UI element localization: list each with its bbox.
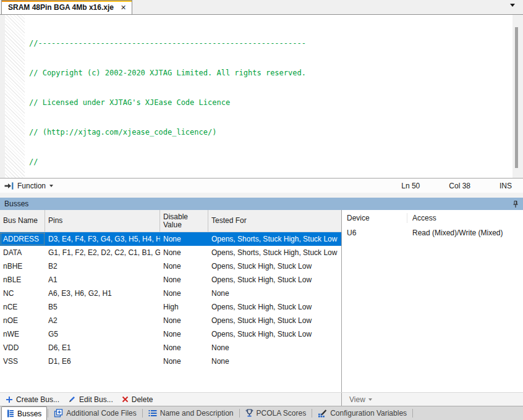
document-tab-title: SRAM 48Pin BGA 4Mb x16.xje [8,3,114,12]
tab-pcola-scores[interactable]: PCOLA Scores [240,406,312,420]
cell-pins: B2 [45,262,160,271]
code-line: // [29,157,512,167]
edit-bus-button[interactable]: Edit Bus... [65,393,119,406]
project-section-tabs: Busses Additional Code Files [0,406,523,420]
cell-device: U6 [342,229,407,237]
tab-configuration-variables[interactable]: Configuration Variables [313,406,412,420]
tab-additional-code-files[interactable]: Additional Code Files [49,406,141,420]
cell-disable-value: None [160,275,208,284]
column-header-access[interactable]: Access [407,214,436,222]
tab-separator [48,409,48,418]
cell-pins: B5 [45,303,160,311]
column-header-bus-name[interactable]: Bus Name [0,210,45,232]
code-line: // (http://xjtag.com/xjease_code_licence… [29,127,512,137]
tab-overflow-dropdown-icon[interactable] [510,4,515,9]
goto-function-icon [4,182,14,190]
insert-mode-indicator: INS [500,182,512,190]
create-bus-label: Create Bus... [16,395,59,404]
cell-pins: A6, E3, H6, G2, H1 [45,289,160,298]
chevron-down-icon [368,398,372,403]
cell-access: Read (Mixed)/Write (Mixed) [407,229,503,237]
device-access-panel: Device Access U6 Read (Mixed)/Write (Mix… [342,210,523,392]
cell-tested-for: None [208,357,341,366]
table-row-nc[interactable]: NC A6, E3, H6, G2, H1 None None [0,287,341,300]
editor-scrollbar[interactable] [512,15,523,178]
busses-panel-toolbar: Create Bus... Edit Bus... Delete View [0,392,523,406]
function-dropdown-label: Function [17,182,46,190]
code-text-area[interactable]: //--------------------------------------… [25,15,512,178]
cell-bus-name: nBHE [0,262,45,271]
delete-x-icon [122,396,129,403]
document-tab-sram[interactable]: SRAM 48Pin BGA 4Mb x16.xje ✕ [1,0,132,14]
bus-table: Bus Name Pins Disable Value Tested For A… [0,210,342,392]
function-dropdown[interactable]: Function [4,182,53,190]
tab-separator [142,409,143,418]
cell-bus-name: DATA [0,248,45,257]
cell-disable-value: None [160,248,208,257]
busses-panel-title: Busses [4,200,28,208]
column-header-tested-for[interactable]: Tested For [208,210,341,232]
tab-pcola-scores-label: PCOLA Scores [257,409,307,418]
list-icon [148,410,157,417]
close-icon[interactable]: ✕ [121,4,126,11]
code-line: // Copyright (c) 2002-2020 XJTAG Limited… [29,68,512,78]
delete-bus-button[interactable]: Delete [119,393,159,406]
bus-actions-toolbar: Create Bus... Edit Bus... Delete [0,393,342,406]
table-row-vdd[interactable]: VDD D6, E1 None None [0,341,341,355]
cell-bus-name: NC [0,289,45,298]
table-row-noe[interactable]: nOE A2 None Opens, Stuck High, Stuck Low [0,314,341,327]
tab-separator [239,409,240,418]
tab-name-and-description[interactable]: Name and Description [143,406,239,420]
document-tab-bar: SRAM 48Pin BGA 4Mb x16.xje ✕ [0,0,523,15]
view-dropdown[interactable]: View [342,393,523,406]
editor-change-margin [5,15,25,178]
table-row-data[interactable]: DATA G1, F1, F2, E2, D2, C2, C1, B1, G6.… [0,246,341,259]
tab-configuration-variables-label: Configuration Variables [330,409,407,418]
column-indicator: Col 38 [449,182,470,190]
cell-pins: G5 [45,330,160,338]
cell-tested-for: None [208,343,341,352]
tab-busses[interactable]: Busses [1,406,47,420]
cell-pins: D3, E4, F4, F3, G4, G3, H5, H4, H... [45,235,160,243]
edit-bus-label: Edit Bus... [79,395,113,404]
code-line: // Licensed under XJTAG's XJEase Code Li… [29,98,512,107]
cell-disable-value: None [160,330,208,338]
pin-icon[interactable] [512,200,519,208]
tab-name-and-description-label: Name and Description [160,409,234,418]
panel-splitter[interactable] [0,193,523,198]
cell-disable-value: None [160,235,208,243]
active-tab-accent [2,1,132,2]
column-header-pins[interactable]: Pins [45,210,160,232]
caret-position-indicators: Ln 50 Col 38 INS [401,182,512,190]
table-row-nce[interactable]: nCE B5 High Opens, Stuck High, Stuck Low [0,300,341,314]
table-row-vss[interactable]: VSS D1, E6 None None [0,355,341,368]
cell-disable-value: None [160,316,208,325]
cell-tested-for: Opens, Shorts, Stuck High, Stuck Low [208,248,341,257]
cell-pins: G1, F1, F2, E2, D2, C2, C1, B1, G6... [45,248,160,257]
cell-pins: A2 [45,316,160,325]
column-header-disable-value[interactable]: Disable Value [160,210,208,232]
cell-bus-name: ADDRESS [0,232,45,246]
code-line: //--------------------------------------… [29,38,512,48]
delete-bus-label: Delete [132,395,153,404]
view-dropdown-label: View [349,395,365,404]
cell-pins: A1 [45,275,160,284]
device-row-u6[interactable]: U6 Read (Mixed)/Write (Mixed) [342,226,523,240]
editor-scrollbar-thumb[interactable] [515,27,518,168]
cell-bus-name: nCE [0,303,45,311]
table-row-nble[interactable]: nBLE A1 None Opens, Stuck High, Stuck Lo… [0,273,341,287]
table-row-nwe[interactable]: nWE G5 None Opens, Stuck High, Stuck Low [0,327,341,341]
table-row-nbhe[interactable]: nBHE B2 None Opens, Stuck High, Stuck Lo… [0,259,341,273]
cell-tested-for: Opens, Shorts, Stuck High, Stuck Low [208,235,341,243]
cell-disable-value: None [160,262,208,271]
create-bus-button[interactable]: Create Bus... [2,393,65,406]
config-variables-icon [318,409,327,418]
code-editor[interactable]: //--------------------------------------… [0,15,523,178]
cell-bus-name: nOE [0,316,45,325]
busses-panel-header: Busses [0,198,523,210]
cell-bus-name: VDD [0,343,45,352]
table-row-address[interactable]: ADDRESS D3, E4, F4, F3, G4, G3, H5, H4, … [0,232,341,246]
column-header-device[interactable]: Device [342,213,407,223]
bus-table-header: Bus Name Pins Disable Value Tested For [0,210,341,232]
tab-separator [312,409,312,418]
